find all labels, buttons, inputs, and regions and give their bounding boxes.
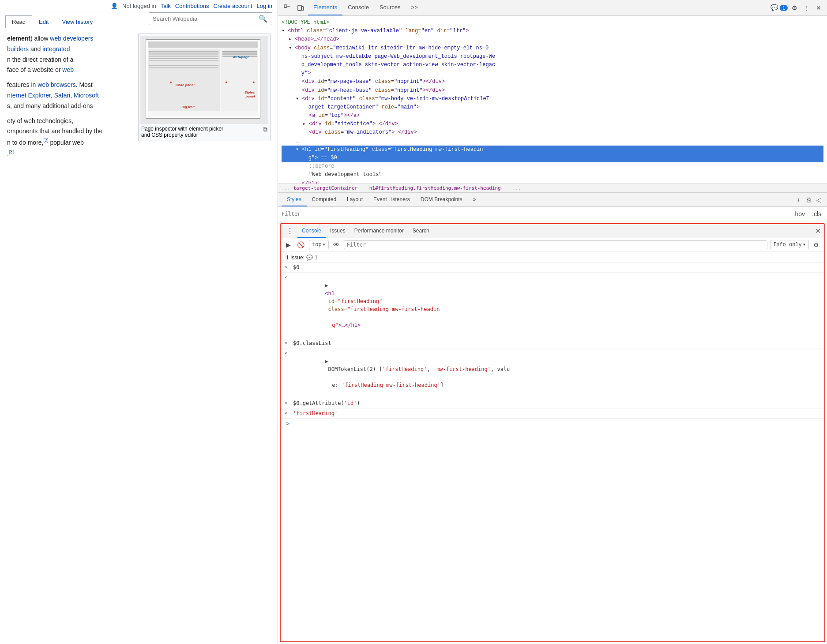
eye-button[interactable]: 👁 [331, 240, 341, 249]
msg-content-6: 'firstHeading' [291, 409, 824, 417]
contributions-link[interactable]: Contributions [175, 3, 209, 9]
integrated-link[interactable]: integrated [42, 45, 70, 52]
console-toolbar: ⋮ Console Issues Performance monitor Sea… [281, 224, 824, 238]
talk-link[interactable]: Talk [161, 3, 171, 9]
html-line-before[interactable]: ::before [282, 162, 823, 171]
doctype-text: <!DOCTYPE html> [282, 19, 329, 26]
toggle-sidebar-button[interactable]: ◁ [814, 195, 823, 205]
html-line-head-base[interactable]: <div id="mw-head-base" class="noprint"><… [282, 86, 823, 95]
new-style-rule-button[interactable]: + [795, 195, 803, 205]
wikipedia-panel: 👤 Not logged in Talk Contributions Creat… [0, 0, 278, 644]
search-button[interactable]: 🔍 [258, 15, 268, 23]
html-line-h1-text[interactable]: "Web development tools" [282, 171, 823, 179]
tab-more[interactable]: >> [406, 0, 423, 15]
html-line-content[interactable]: <div id="content" class="mw-body ve-init… [282, 95, 823, 112]
web-browsers-link[interactable]: web browsers [38, 81, 75, 88]
msg-prefix-3: > [281, 339, 291, 347]
subtab-more[interactable]: » [468, 193, 481, 206]
log-level-selector[interactable]: Info only ▾ [770, 240, 809, 249]
html-line-doctype[interactable]: <!DOCTYPE html> [282, 19, 823, 27]
inspect-element-button[interactable] [282, 3, 293, 13]
code-panel-label: Code panel [176, 83, 195, 87]
image-caption: Page inspector with element picker and C… [140, 124, 268, 139]
html-line-mw-indicators[interactable]: <div class="mw-indicators"> </div> [282, 128, 823, 137]
close-devtools-button[interactable]: ✕ [814, 3, 823, 13]
wiki-content: Code panel Stylespanel Tag trail Web-pag… [0, 28, 278, 644]
console-tab-performance-monitor[interactable]: Performance monitor [350, 224, 408, 238]
subtab-styles[interactable]: Styles [282, 193, 307, 206]
breadcrumb-container[interactable]: target-targetContainer [293, 185, 358, 191]
html-line-page-base[interactable]: <div id="mw-page-base" class="noprint"><… [282, 78, 823, 86]
html-line-top-anchor[interactable]: <a id="top"></a> [282, 112, 823, 120]
msg-content-5: $0.getAttribute('id') [291, 399, 824, 407]
tab-read[interactable]: Read [5, 15, 32, 28]
html-line-ellipsis[interactable]: … [282, 137, 823, 146]
run-button[interactable]: ▶ [284, 240, 293, 249]
cls-button[interactable]: .cls [810, 209, 823, 219]
console-msg-1: > $0 [281, 262, 824, 273]
tab-elements[interactable]: Elements [308, 0, 342, 15]
console-msg-4: < ▶ DOMTokenList(2) ['firstHeading', 'mw… [281, 348, 824, 398]
html-line-h1[interactable]: <h1 id="firstHeading" class="firstHeadin… [282, 146, 823, 162]
subtab-event-listeners[interactable]: Event Listeners [368, 193, 415, 206]
html-line-site-notice[interactable]: <div id="siteNotice">…</div> [282, 120, 823, 128]
console-tab-search[interactable]: Search [408, 224, 434, 238]
dt-toolbar-right: 💬 1 ⚙ ⋮ ✕ [771, 3, 823, 13]
create-account-link[interactable]: Create account [213, 3, 252, 9]
dt-filter-right: :hov .cls [791, 209, 823, 219]
styles-filter-input[interactable] [282, 211, 788, 217]
settings-button[interactable]: ⚙ [789, 3, 800, 13]
device-toolbar-button[interactable] [295, 3, 306, 13]
console-more-button[interactable]: ⋮ [284, 225, 296, 237]
tab-edit[interactable]: Edit [32, 15, 55, 28]
web-link-1[interactable]: web [62, 66, 74, 73]
footnote-3[interactable]: [3] [9, 150, 14, 154]
login-link[interactable]: Log in [257, 3, 272, 9]
more-options-button[interactable]: ⋮ [801, 3, 812, 13]
console-settings-button[interactable]: ⚙ [812, 240, 821, 249]
copy-styles-button[interactable]: ⎘ [804, 195, 812, 205]
console-msg-5: > $0.getAttribute('id') [281, 398, 824, 408]
expand-icon[interactable]: ⧉ [263, 126, 267, 133]
console-close-button[interactable]: ✕ [815, 227, 821, 235]
user-icon: 👤 [111, 3, 118, 9]
wiki-topbar: 👤 Not logged in Talk Contributions Creat… [0, 0, 278, 12]
issue-badge-icon: 💬 [306, 255, 313, 261]
msg-prefix-5: > [281, 399, 291, 407]
footnote-2[interactable]: [2] [44, 138, 49, 143]
subtab-computed[interactable]: Computed [307, 193, 342, 206]
search-input[interactable] [153, 15, 258, 22]
safari-link[interactable]: Safari [54, 92, 71, 99]
console-msg-6: < 'firstHeading' [281, 408, 824, 419]
tab-console[interactable]: Console [342, 0, 374, 15]
tab-sources[interactable]: Sources [374, 0, 406, 15]
subtab-layout[interactable]: Layout [342, 193, 368, 206]
html-line-html[interactable]: <html class="client-js ve-available" lan… [282, 27, 823, 35]
svg-rect-3 [302, 7, 304, 10]
issues-count[interactable]: 1 [780, 5, 788, 11]
top-label: top [312, 242, 322, 248]
stop-button[interactable]: 🚫 [295, 240, 306, 249]
subtab-dom-breakpoints[interactable]: DOM Breakpoints [415, 193, 468, 206]
html-line-body[interactable]: <body class="mediawiki ltr sitedir-ltr m… [282, 44, 823, 78]
microsoft-link[interactable]: Microsoft [74, 92, 99, 99]
hov-button[interactable]: :hov [791, 209, 807, 219]
console-tab-issues[interactable]: Issues [326, 224, 350, 238]
caption-text: Page inspector with element picker and C… [141, 126, 223, 138]
console-msg-2: < ▶ <h1 id="firstHeading" class="firstHe… [281, 273, 824, 338]
breadcrumb-h1[interactable]: h1#firstHeading.firstHeading.mw-first-he… [369, 185, 501, 191]
asterisk-3: * [253, 80, 255, 86]
console-caret[interactable]: > [281, 419, 824, 428]
web-developers-link[interactable]: web developers [50, 35, 93, 42]
tab-view-history[interactable]: View history [55, 15, 99, 28]
context-selector[interactable]: top ▾ [309, 240, 329, 249]
web-page-label: Web-page [233, 55, 249, 59]
console-filter-input[interactable] [344, 240, 767, 249]
devtools-panel: Elements Console Sources >> 💬 1 ⚙ ⋮ ✕ <!… [278, 0, 827, 644]
console-tab-console[interactable]: Console [297, 224, 326, 238]
article-image: Code panel Stylespanel Tag trail Web-pag… [140, 36, 268, 124]
builders-link[interactable]: builders [7, 45, 29, 52]
html-line-h1-close[interactable]: </h1> [282, 180, 823, 183]
ie-link[interactable]: nternet Explorer [7, 92, 51, 99]
html-line-head[interactable]: <head>…</head> [282, 35, 823, 44]
